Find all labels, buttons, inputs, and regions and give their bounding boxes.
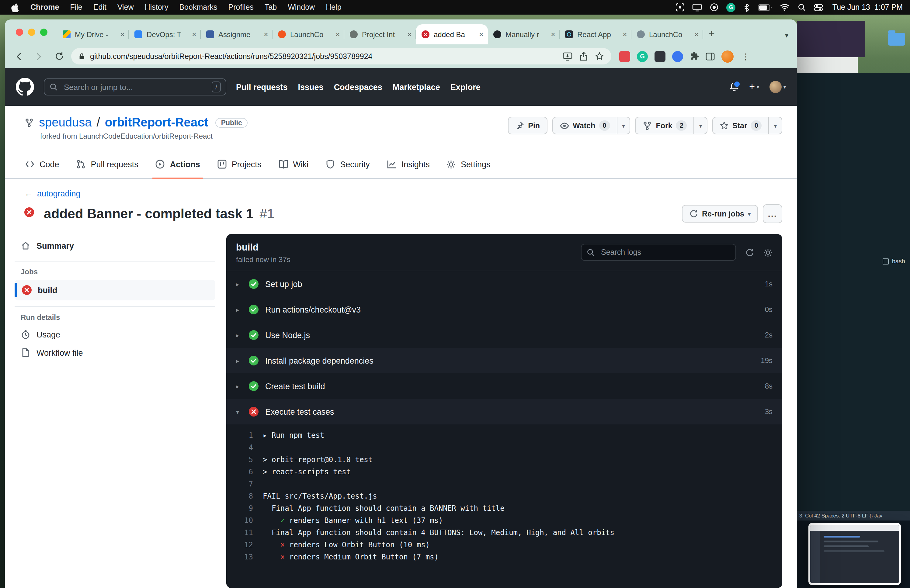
tab-close-icon[interactable]: ×	[264, 31, 268, 38]
repo-name-link[interactable]: orbitReport-React	[105, 116, 209, 129]
repo-tab-projects[interactable]: Projects	[212, 150, 267, 178]
menu-item-tab[interactable]: Tab	[259, 3, 282, 11]
extension-icon-blue[interactable]	[672, 51, 683, 62]
repo-tab-insights[interactable]: Insights	[381, 150, 435, 178]
screenshot-preview-thumbnail[interactable]	[808, 523, 901, 585]
extensions-puzzle-icon[interactable]	[690, 52, 699, 61]
grammarly-extension-icon[interactable]: G	[637, 51, 648, 62]
log-search-input[interactable]	[600, 247, 731, 257]
tab-close-icon[interactable]: ×	[407, 31, 412, 38]
menu-item-profiles[interactable]: Profiles	[223, 3, 259, 11]
step-row-install-package-dependencies[interactable]: ▸Install package dependencies19s	[226, 348, 782, 373]
refresh-logs-icon[interactable]	[745, 248, 754, 257]
breadcrumb[interactable]: ← autograding	[24, 189, 782, 198]
nav-issues[interactable]: Issues	[298, 82, 323, 92]
tab-close-icon[interactable]: ×	[551, 31, 555, 38]
log-line-number[interactable]: 8	[226, 490, 253, 502]
menu-item-chrome[interactable]: Chrome	[25, 3, 65, 11]
side-panel-icon[interactable]	[706, 52, 715, 60]
browser-tab-manually-r[interactable]: Manually r×	[488, 24, 559, 44]
log-line-number[interactable]: 6	[226, 466, 253, 478]
menu-item-file[interactable]: File	[65, 3, 87, 11]
sidebar-item-usage[interactable]: Usage	[15, 325, 215, 344]
nav-explore[interactable]: Explore	[451, 82, 480, 92]
log-line-number[interactable]: 12	[226, 539, 253, 551]
create-new-button[interactable]: +▾	[749, 81, 759, 92]
watch-dropdown-caret[interactable]: ▾	[617, 117, 630, 134]
spotlight-icon[interactable]	[798, 3, 806, 11]
tab-close-icon[interactable]: ×	[192, 31, 197, 38]
menu-item-window[interactable]: Window	[282, 3, 320, 11]
browser-tab-devops-t[interactable]: DevOps: T×	[129, 24, 201, 44]
bookmark-star-icon[interactable]	[595, 52, 604, 61]
fork-button[interactable]: Fork 2	[635, 117, 694, 134]
apple-menu[interactable]	[11, 3, 19, 12]
github-search-box[interactable]: /	[44, 78, 226, 95]
install-icon[interactable]	[562, 52, 572, 60]
repo-tab-settings[interactable]: Settings	[441, 150, 496, 178]
step-row-set-up-job[interactable]: ▸Set up job1s	[226, 271, 782, 297]
repo-tab-pull-requests[interactable]: Pull requests	[71, 150, 144, 178]
repo-owner-link[interactable]: speudusa	[39, 116, 92, 129]
log-line-number[interactable]: 13	[226, 551, 253, 563]
menu-item-edit[interactable]: Edit	[88, 3, 112, 11]
log-settings-gear-icon[interactable]	[763, 248, 773, 257]
control-center-icon[interactable]	[814, 3, 823, 12]
reload-button[interactable]	[51, 48, 67, 64]
log-line-number[interactable]: 5	[226, 454, 253, 466]
log-line-number[interactable]: 9	[226, 502, 253, 514]
tab-close-icon[interactable]: ×	[120, 31, 125, 38]
nav-codespaces[interactable]: Codespaces	[334, 82, 382, 92]
menubar-clock[interactable]: Tue Jun 13 1:07 PM	[832, 3, 903, 11]
browser-tab-project-int[interactable]: Project Int×	[344, 24, 416, 44]
back-button[interactable]	[11, 48, 27, 64]
forked-from-link[interactable]: LaunchCodeEducation/orbitReport-React	[79, 132, 213, 141]
zoom-window-button[interactable]	[40, 29, 47, 36]
sidebar-item-summary[interactable]: Summary	[15, 237, 215, 255]
repo-tab-wiki[interactable]: Wiki	[273, 150, 314, 178]
grammarly-icon[interactable]: G	[727, 3, 736, 12]
wifi-icon[interactable]	[780, 4, 790, 11]
sidebar-item-workflow-file[interactable]: Workflow file	[15, 344, 215, 362]
watch-button[interactable]: Watch 0	[552, 117, 617, 134]
tab-close-icon[interactable]: ×	[622, 31, 627, 38]
repo-tab-code[interactable]: Code	[19, 150, 65, 178]
star-dropdown-caret[interactable]: ▾	[769, 117, 782, 134]
github-search-input[interactable]	[63, 82, 207, 92]
extension-icon-red[interactable]	[619, 51, 630, 62]
profile-menu[interactable]: ▾	[769, 81, 786, 93]
step-row-create-test-build[interactable]: ▸Create test build8s	[226, 373, 782, 399]
browser-tab-added-ba[interactable]: ×added Ba×	[416, 24, 488, 44]
close-window-button[interactable]	[16, 29, 23, 36]
screen-record-icon[interactable]	[710, 3, 719, 11]
repo-tab-actions[interactable]: Actions	[150, 150, 205, 178]
browser-tab-my-drive[interactable]: My Drive -×	[57, 24, 129, 44]
new-tab-button[interactable]: +	[703, 26, 720, 42]
nav-marketplace[interactable]: Marketplace	[393, 82, 440, 92]
log-search-box[interactable]	[581, 244, 736, 261]
menu-item-history[interactable]: History	[139, 3, 174, 11]
browser-tab-assignme[interactable]: Assignme×	[201, 24, 273, 44]
github-logo[interactable]	[16, 78, 34, 96]
log-line-number[interactable]: 1	[226, 429, 253, 441]
menu-item-bookmarks[interactable]: Bookmarks	[174, 3, 223, 11]
step-row-run-actions-checkout-v3[interactable]: ▸Run actions/checkout@v30s	[226, 297, 782, 322]
browser-profile-avatar[interactable]	[721, 50, 734, 62]
log-line-number[interactable]: 7	[226, 478, 253, 490]
sidebar-job-build[interactable]: build	[15, 280, 215, 300]
run-options-kebab-button[interactable]: …	[763, 204, 782, 223]
fork-dropdown-caret[interactable]: ▾	[694, 117, 708, 134]
log-line-number[interactable]: 4	[226, 441, 253, 454]
minimize-window-button[interactable]	[28, 29, 35, 36]
display-icon[interactable]	[693, 3, 702, 11]
tab-close-icon[interactable]: ×	[694, 31, 699, 38]
nav-pull-requests[interactable]: Pull requests	[236, 82, 288, 92]
log-line-number[interactable]: 11	[226, 527, 253, 539]
star-button[interactable]: Star 0	[712, 117, 769, 134]
menu-item-help[interactable]: Help	[320, 3, 347, 11]
terminal-tab-label[interactable]: bash	[883, 258, 905, 265]
battery-icon[interactable]	[758, 4, 772, 11]
forward-button[interactable]	[31, 48, 47, 64]
screen-capture-icon[interactable]	[676, 3, 685, 11]
breadcrumb-link[interactable]: autograding	[37, 189, 81, 198]
